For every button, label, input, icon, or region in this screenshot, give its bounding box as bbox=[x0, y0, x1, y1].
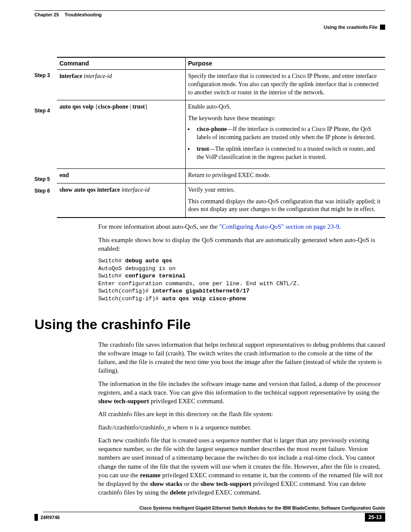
paragraph: All crashinfo files are kept in this dir… bbox=[98, 410, 385, 418]
auto-qos-link[interactable]: "Configuring Auto-QoS" section on page 2… bbox=[219, 223, 339, 230]
code-block: Switch# debug auto qos AutoQoS debugging… bbox=[98, 257, 385, 302]
table-row: interface interface-id Specify the inter… bbox=[57, 69, 385, 100]
th-command: Command bbox=[57, 57, 185, 69]
body-text: For more information about auto-QoS, see… bbox=[98, 222, 385, 302]
header-right: Using the crashinfo File bbox=[324, 24, 385, 31]
purpose-cell: Enable auto-QoS. The keywords have these… bbox=[185, 100, 385, 168]
chapter-title: Troubleshooting bbox=[65, 12, 102, 17]
list-item: trust—The uplink interface is connected … bbox=[194, 145, 383, 162]
cmd-cell: show auto qos interface interface-id bbox=[57, 183, 185, 218]
footer-page: 25-13 bbox=[365, 513, 385, 522]
footer-docnum: 24R9746 bbox=[34, 514, 60, 521]
purpose-cell: Verify your entries. This command displa… bbox=[185, 183, 385, 218]
paragraph: For more information about auto-QoS, see… bbox=[98, 222, 385, 231]
section-body: The crashinfo file saves information tha… bbox=[98, 340, 385, 497]
cmd-cell: end bbox=[57, 168, 185, 183]
paragraph: This example shows how to display the Qo… bbox=[98, 236, 385, 253]
table-row: show auto qos interface interface-id Ver… bbox=[57, 183, 385, 218]
purpose-cell: Return to privileged EXEC mode. bbox=[185, 168, 385, 183]
purpose-cell: Specify the interface that is connected … bbox=[185, 69, 385, 100]
header-left: Chapter 25 Troubleshooting bbox=[34, 10, 385, 18]
th-purpose: Purpose bbox=[185, 57, 385, 69]
command-table: Command Purpose interface interface-id S… bbox=[57, 57, 385, 218]
paragraph: The information in the file includes the… bbox=[98, 380, 385, 406]
list-item: cisco-phone—If the interface is connecte… bbox=[194, 125, 383, 142]
step-label: Step 6 bbox=[34, 185, 57, 194]
header-marker-icon bbox=[380, 25, 385, 30]
command-table-wrap: Step 3 Step 4 Step 5 Step 6 Command Purp… bbox=[34, 57, 385, 218]
step-label: Step 4 bbox=[34, 105, 57, 173]
footer: Cisco Systems Intelligent Gigabit Ethern… bbox=[34, 505, 385, 522]
header-right-title: Using the crashinfo File bbox=[324, 24, 377, 31]
footer-title: Cisco Systems Intelligent Gigabit Ethern… bbox=[43, 505, 385, 512]
paragraph: flash:/crashinfo/crashinfo_n where n is … bbox=[98, 423, 385, 432]
cmd-cell: auto qos voip {cisco-phone | trust} bbox=[57, 100, 185, 168]
step-label: Step 5 bbox=[34, 173, 57, 185]
table-row: end Return to privileged EXEC mode. bbox=[57, 168, 385, 183]
table-row: auto qos voip {cisco-phone | trust} Enab… bbox=[57, 100, 385, 168]
cmd-cell: interface interface-id bbox=[57, 69, 185, 100]
paragraph: Each new crashinfo file that is created … bbox=[98, 436, 385, 497]
step-label: Step 3 bbox=[34, 69, 57, 105]
chapter-label: Chapter 25 bbox=[34, 12, 59, 17]
paragraph: The crashinfo file saves information tha… bbox=[98, 340, 385, 375]
section-title: Using the crashinfo File bbox=[34, 315, 385, 334]
